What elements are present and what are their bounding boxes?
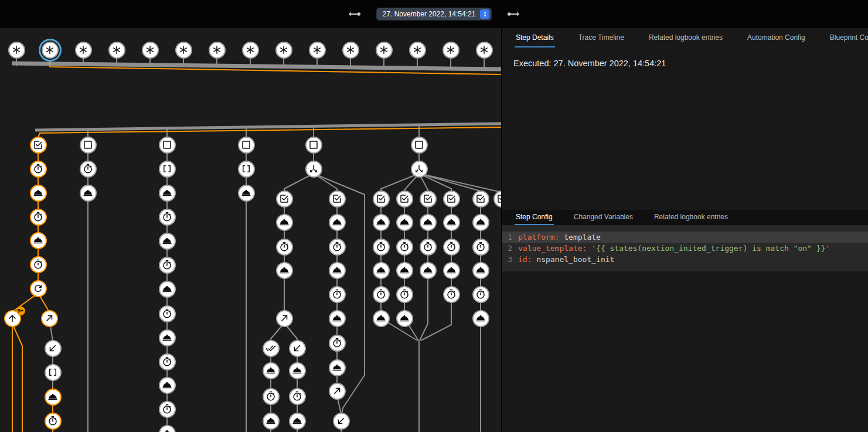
tab-blueprint-config[interactable]: Blueprint Config: [829, 28, 868, 47]
trace-node-condition[interactable]: [329, 191, 346, 208]
trace-node-delay[interactable]: [329, 335, 346, 352]
trace-node-service[interactable]: [159, 377, 176, 394]
trace-node-delay[interactable]: [276, 239, 293, 256]
trace-node-condition[interactable]: [373, 191, 390, 208]
trace-node-delay[interactable]: [396, 286, 413, 303]
trace-node-delay[interactable]: [45, 413, 62, 430]
trace-node-brackets[interactable]: [159, 161, 176, 178]
trace-node-service[interactable]: [263, 362, 280, 379]
trace-node-delay[interactable]: [263, 388, 280, 405]
trace-node-asterisk[interactable]: [42, 42, 59, 59]
trace-node-sw[interactable]: [289, 340, 306, 357]
trace-node-condition[interactable]: [420, 191, 437, 208]
trace-node-asterisk[interactable]: [309, 42, 326, 59]
trace-node-brackets[interactable]: [45, 364, 62, 381]
trace-node-service[interactable]: [159, 233, 176, 250]
trace-node-delay[interactable]: [472, 286, 489, 303]
trace-node-delay[interactable]: [289, 388, 306, 405]
trace-node-delay[interactable]: [159, 305, 176, 322]
trace-node-asterisk[interactable]: [8, 42, 25, 59]
trace-node-asterisk[interactable]: [75, 42, 92, 59]
trace-node-square[interactable]: [80, 137, 97, 154]
trace-node-service[interactable]: [276, 262, 293, 279]
trace-node-square[interactable]: [411, 137, 428, 154]
trace-node-condition[interactable]: [443, 191, 460, 208]
tab-automation-config[interactable]: Automation Config: [746, 28, 806, 47]
trace-node-service[interactable]: [420, 262, 437, 279]
tab-step-details[interactable]: Step Details: [515, 28, 555, 47]
trace-node-delay[interactable]: [373, 286, 390, 303]
trace-node-service[interactable]: [443, 214, 460, 231]
trace-node-checkall[interactable]: [263, 340, 280, 357]
trace-node-sw[interactable]: [333, 413, 350, 430]
trace-node-delay[interactable]: [329, 239, 346, 256]
trace-node-choose[interactable]: [305, 161, 322, 178]
trace-node-service[interactable]: [329, 262, 346, 279]
trace-node-service[interactable]: [159, 185, 176, 202]
trace-node-delay[interactable]: [80, 161, 97, 178]
trace-node-asterisk[interactable]: [108, 42, 125, 59]
trace-node-condition[interactable]: [396, 191, 413, 208]
trace-node-service[interactable]: [373, 310, 390, 327]
trace-node-asterisk[interactable]: [476, 42, 493, 59]
trace-node-service[interactable]: [80, 185, 97, 202]
previous-run-button[interactable]: [347, 6, 362, 22]
trace-node-delay[interactable]: [159, 353, 176, 370]
trace-node-asterisk[interactable]: [442, 42, 459, 59]
trace-node-service[interactable]: [329, 359, 346, 376]
tab-related-logbook-entries[interactable]: Related logbook entries: [648, 28, 724, 47]
trace-node-up[interactable]: 9+: [4, 310, 21, 327]
tab-related-logbook-entries[interactable]: Related logbook entries: [653, 210, 729, 225]
trace-node-delay[interactable]: [30, 209, 47, 226]
trace-node-delay[interactable]: [443, 239, 460, 256]
trace-node-delay[interactable]: [329, 286, 346, 303]
trace-run-select[interactable]: 27. November 2022, 14:54:21 ▲▼: [376, 8, 492, 21]
trace-node-asterisk[interactable]: [142, 42, 159, 59]
trace-node-service[interactable]: [396, 262, 413, 279]
trace-node-condition[interactable]: [472, 191, 489, 208]
trace-node-service[interactable]: [289, 362, 306, 379]
trace-node-service[interactable]: [472, 262, 489, 279]
tab-step-config[interactable]: Step Config: [515, 210, 554, 225]
trace-node-service[interactable]: [238, 185, 255, 202]
trace-node-condition[interactable]: [30, 137, 47, 154]
trace-node-asterisk[interactable]: [275, 42, 292, 59]
trace-node-delay[interactable]: [159, 209, 176, 226]
code-editor[interactable]: 1platform: template2value_template: '{{ …: [502, 225, 868, 271]
trace-node-service[interactable]: [159, 329, 176, 346]
trace-node-service[interactable]: [472, 310, 489, 327]
next-run-button[interactable]: [506, 6, 521, 22]
trace-node-delay[interactable]: [30, 161, 47, 178]
trace-node-ne[interactable]: [41, 310, 58, 327]
trace-node-delay[interactable]: [373, 239, 390, 256]
trace-node-condition[interactable]: [276, 191, 293, 208]
tab-changed-variables[interactable]: Changed Variables: [573, 210, 634, 225]
trace-node-choose[interactable]: [411, 161, 428, 178]
trace-node-service[interactable]: [329, 310, 346, 327]
trace-node-service[interactable]: [373, 262, 390, 279]
trace-node-repeat[interactable]: [30, 280, 47, 297]
trace-node-ne[interactable]: [329, 383, 346, 400]
trace-node-service[interactable]: [373, 214, 390, 231]
trace-node-square[interactable]: [159, 137, 176, 154]
trace-node-delay[interactable]: [472, 239, 489, 256]
trace-node-service[interactable]: [329, 214, 346, 231]
trace-node-asterisk[interactable]: [409, 42, 426, 59]
trace-node-delay[interactable]: [159, 257, 176, 274]
trace-node-asterisk[interactable]: [376, 42, 393, 59]
trace-node-service[interactable]: [420, 214, 437, 231]
trace-node-delay[interactable]: [30, 256, 47, 273]
trace-node-service[interactable]: [443, 262, 460, 279]
trace-node-service[interactable]: [159, 281, 176, 298]
trace-node-delay[interactable]: [159, 401, 176, 418]
trace-node-service[interactable]: [396, 214, 413, 231]
trace-node-square[interactable]: [238, 137, 255, 154]
trace-node-square[interactable]: [305, 137, 322, 154]
trace-node-service[interactable]: [276, 214, 293, 231]
trace-node-delay[interactable]: [420, 239, 437, 256]
trace-node-service[interactable]: [289, 413, 306, 430]
trace-node-brackets[interactable]: [238, 161, 255, 178]
trace-node-service[interactable]: [30, 232, 47, 249]
trace-node-asterisk[interactable]: [209, 42, 226, 59]
trace-node-asterisk[interactable]: [242, 42, 259, 59]
